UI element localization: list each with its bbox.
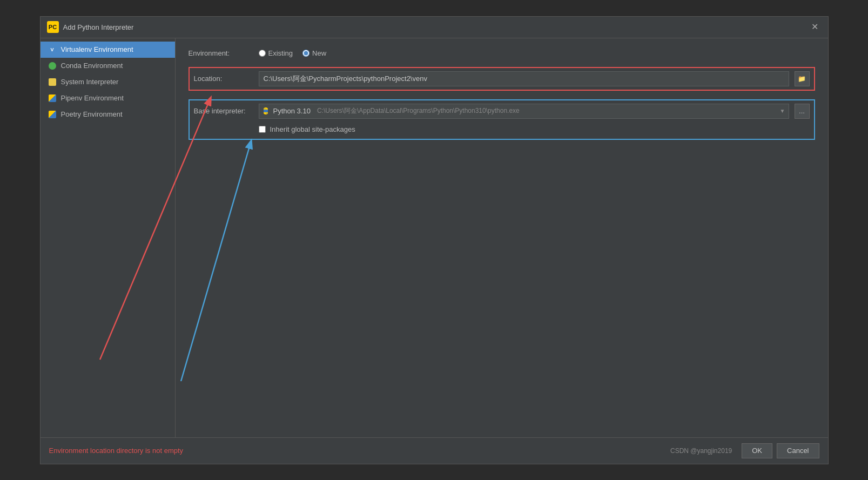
pycharm-icon: PC [47, 21, 59, 33]
ok-button[interactable]: OK [742, 443, 772, 458]
sidebar-item-pipenv[interactable]: Pipenv Environment [41, 90, 175, 106]
radio-new-option[interactable]: New [302, 49, 326, 57]
location-section: Location: 📁 [189, 67, 815, 91]
dialog-titlebar: PC Add Python Interpreter ✕ [41, 17, 828, 38]
location-input[interactable] [259, 71, 789, 86]
system-interpreter-icon [48, 78, 57, 86]
dropdown-arrow-icon: ▼ [780, 108, 785, 114]
sidebar-item-label-pipenv: Pipenv Environment [61, 94, 124, 102]
svg-point-0 [264, 108, 265, 109]
environment-row: Environment: Existing New [189, 49, 815, 57]
svg-point-1 [266, 113, 266, 113]
checkbox-row: Inherit global site-packages [194, 123, 810, 136]
sidebar-item-system[interactable]: System Interpreter [41, 74, 175, 90]
python-version: Python 3.10 [273, 107, 311, 115]
sidebar-item-label-virtualenv: Virtualenv Environment [61, 45, 133, 53]
radio-new-label: New [312, 49, 326, 57]
add-interpreter-dialog: PC Add Python Interpreter ✕ V Virtualenv… [40, 16, 829, 464]
location-row: Location: 📁 [194, 71, 810, 86]
sidebar-item-poetry[interactable]: Poetry Environment [41, 106, 175, 123]
base-interpreter-section: Base interpreter: Pyt [189, 99, 815, 140]
main-content: Environment: Existing New Location: [176, 38, 828, 437]
radio-existing-option[interactable]: Existing [259, 49, 293, 57]
inherit-global-label[interactable]: Inherit global site-packages [270, 125, 355, 133]
dialog-footer: Environment location directory is not em… [41, 437, 828, 464]
sidebar-item-virtualenv[interactable]: V Virtualenv Environment [41, 42, 175, 58]
pipenv-icon [48, 94, 57, 103]
radio-new[interactable] [302, 50, 309, 57]
sidebar-item-conda[interactable]: Conda Environment [41, 58, 175, 74]
interpreter-path: C:\Users\阿金\AppData\Local\Programs\Pytho… [317, 106, 777, 116]
conda-icon [48, 62, 57, 70]
dialog-body: V Virtualenv Environment Conda Environme… [41, 38, 828, 437]
svg-line-3 [181, 141, 251, 381]
base-interpreter-label: Base interpreter: [194, 107, 253, 115]
radio-group: Existing New [259, 49, 327, 57]
environment-label: Environment: [189, 49, 248, 57]
virtualenv-icon: V [48, 45, 57, 54]
radio-existing[interactable] [259, 50, 266, 57]
radio-existing-label: Existing [268, 49, 293, 57]
browse-icon: 📁 [798, 75, 806, 83]
watermark: CSDN @yangjin2019 [670, 447, 732, 455]
location-label: Location: [194, 75, 253, 83]
poetry-icon [48, 110, 57, 119]
interpreter-select-wrapper[interactable]: Python 3.10 C:\Users\阿金\AppData\Local\Pr… [259, 104, 789, 119]
sidebar-item-label-conda: Conda Environment [61, 62, 123, 70]
dialog-title: Add Python Interpreter [63, 23, 134, 31]
sidebar-item-label-system: System Interpreter [61, 78, 119, 86]
cancel-button[interactable]: Cancel [777, 443, 819, 458]
footer-right: CSDN @yangjin2019 OK Cancel [670, 443, 819, 458]
base-interpreter-row: Base interpreter: Pyt [194, 104, 810, 119]
interpreter-ellipsis-button[interactable]: ... [795, 104, 810, 119]
inherit-global-checkbox[interactable] [259, 126, 266, 133]
location-browse-button[interactable]: 📁 [795, 71, 810, 86]
sidebar-item-label-poetry: Poetry Environment [61, 110, 123, 118]
sidebar: V Virtualenv Environment Conda Environme… [41, 38, 176, 437]
error-message: Environment location directory is not em… [49, 447, 184, 455]
title-left: PC Add Python Interpreter [47, 21, 134, 33]
python-icon [261, 107, 270, 116]
close-button[interactable]: ✕ [808, 22, 822, 32]
